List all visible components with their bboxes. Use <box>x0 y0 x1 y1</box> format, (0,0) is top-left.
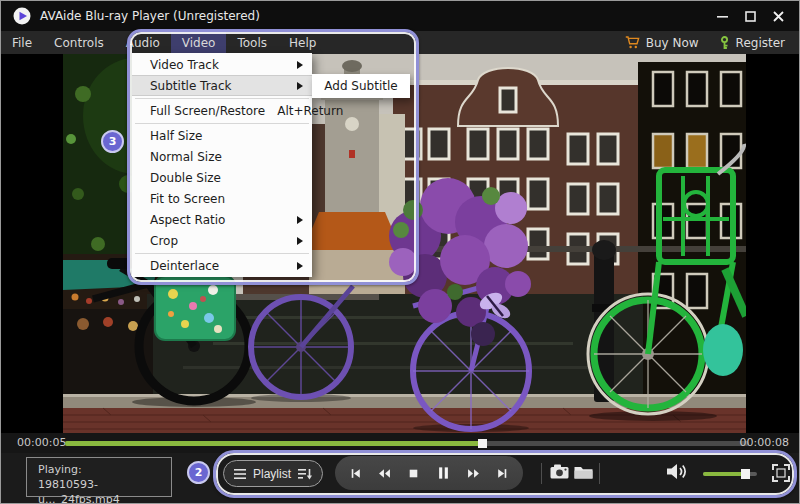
menu-item-aspect-ratio[interactable]: Aspect Ratio <box>132 209 312 230</box>
volume-button[interactable] <box>667 463 688 483</box>
maximize-icon <box>745 11 756 22</box>
pause-button[interactable] <box>436 464 451 482</box>
menu-item-label: Half Size <box>150 129 202 143</box>
submenu-arrow-icon <box>297 237 303 245</box>
annotation-badge-3: 3 <box>101 130 124 153</box>
speaker-icon <box>667 463 688 480</box>
video-display[interactable] <box>1 54 800 433</box>
now-playing-label: Playing: <box>38 462 171 477</box>
playlist-order-icon <box>298 468 312 480</box>
seek-bar-fill <box>65 441 482 446</box>
submenu-arrow-icon <box>297 61 303 69</box>
next-icon <box>496 467 509 480</box>
snapshot-button[interactable] <box>550 464 569 482</box>
menu-item-half-size[interactable]: Half Size <box>132 125 312 146</box>
menu-item-normal-size[interactable]: Normal Size <box>132 146 312 167</box>
submenu-arrow-icon <box>297 216 303 224</box>
rewind-button[interactable] <box>378 467 391 480</box>
menu-item-add-subtitle[interactable]: Add Subtitle <box>324 79 397 93</box>
separator <box>599 463 600 484</box>
buy-now-label: Buy Now <box>646 36 699 50</box>
submenu-arrow-icon <box>297 82 303 90</box>
menu-video[interactable]: Video <box>171 31 227 54</box>
window-title: AVAide Blu-ray Player (Unregistered) <box>40 9 260 23</box>
menu-item-crop[interactable]: Crop <box>132 230 312 251</box>
video-dropdown-menu: Video Track Subtitle Track Full Screen/R… <box>132 53 312 277</box>
menu-item-subtitle-track[interactable]: Subtitle Track <box>132 75 312 96</box>
shopping-cart-icon <box>625 36 640 49</box>
close-icon <box>773 11 784 22</box>
menu-audio[interactable]: Audio <box>115 31 171 54</box>
menu-item-shortcut: Alt+Return <box>277 104 343 118</box>
close-button[interactable] <box>767 6 789 26</box>
stop-button[interactable] <box>407 467 420 480</box>
annotation-badge-2: 2 <box>187 461 210 484</box>
volume-fill <box>703 472 745 476</box>
total-time: 00:00:08 <box>740 436 789 449</box>
register-label: Register <box>736 36 785 50</box>
pause-icon <box>436 464 451 482</box>
next-button[interactable] <box>496 467 509 480</box>
menu-item-label: Full Screen/Restore <box>150 104 265 118</box>
elapsed-time: 00:00:05 <box>17 436 66 449</box>
register-button[interactable]: Register <box>719 36 785 50</box>
minimize-icon <box>717 11 728 22</box>
menu-controls[interactable]: Controls <box>43 31 115 54</box>
seek-bar[interactable] <box>65 441 749 446</box>
volume-handle[interactable] <box>741 469 750 479</box>
menu-item-label: Video Track <box>150 58 219 72</box>
control-bar: Playing: 19810593-u..._24fps.mp4 Playlis… <box>1 453 800 504</box>
menubar-right: Buy Now Register <box>625 31 799 54</box>
fullscreen-button[interactable] <box>772 464 790 485</box>
rewind-icon <box>378 467 391 480</box>
previous-icon <box>349 467 362 480</box>
seek-handle[interactable] <box>478 439 487 448</box>
menu-item-full-screen[interactable]: Full Screen/Restore Alt+Return <box>132 100 312 121</box>
open-file-button[interactable] <box>574 465 593 482</box>
menu-item-label: Fit to Screen <box>150 192 225 206</box>
menu-item-label: Deinterlace <box>150 259 219 273</box>
app-logo-icon <box>13 7 31 25</box>
now-playing-filename: 19810593-u..._24fps.mp4 <box>38 477 171 504</box>
maximize-button[interactable] <box>739 6 761 26</box>
transport-controls <box>335 456 523 490</box>
menu-item-label: Aspect Ratio <box>150 213 225 227</box>
separator <box>541 463 542 484</box>
folder-icon <box>574 465 593 479</box>
camera-icon <box>550 464 569 479</box>
forward-icon <box>467 467 480 480</box>
submenu-arrow-icon <box>297 262 303 270</box>
menu-item-video-track[interactable]: Video Track <box>132 54 312 75</box>
menu-item-deinterlace[interactable]: Deinterlace <box>132 255 312 276</box>
playlist-button[interactable]: Playlist <box>223 460 323 487</box>
app-window: AVAide Blu-ray Player (Unregistered) Fil… <box>0 0 800 504</box>
title-bar: AVAide Blu-ray Player (Unregistered) <box>1 1 799 31</box>
menu-item-double-size[interactable]: Double Size <box>132 167 312 188</box>
menu-item-label: Subtitle Track <box>150 79 232 93</box>
buy-now-button[interactable]: Buy Now <box>625 36 699 50</box>
key-icon <box>719 36 730 50</box>
forward-button[interactable] <box>467 467 480 480</box>
menu-item-fit-to-screen[interactable]: Fit to Screen <box>132 188 312 209</box>
hamburger-icon <box>234 469 246 479</box>
menu-tools[interactable]: Tools <box>226 31 278 54</box>
menu-file[interactable]: File <box>1 31 43 54</box>
playlist-label: Playlist <box>253 467 291 481</box>
menu-item-label: Crop <box>150 234 178 248</box>
menu-bar: File Controls Audio Video Tools Help Buy… <box>1 31 799 54</box>
menu-item-label: Double Size <box>150 171 221 185</box>
subtitle-submenu: Add Subtitle <box>312 74 410 98</box>
stop-icon <box>407 467 420 480</box>
progress-row: 00:00:05 00:00:08 <box>1 433 800 453</box>
previous-button[interactable] <box>349 467 362 480</box>
menu-item-label: Normal Size <box>150 150 222 164</box>
menu-help[interactable]: Help <box>278 31 327 54</box>
minimize-button[interactable] <box>711 6 733 26</box>
window-controls <box>711 6 799 26</box>
volume-slider[interactable] <box>703 472 757 476</box>
now-playing-box: Playing: 19810593-u..._24fps.mp4 <box>26 457 172 497</box>
fullscreen-icon <box>772 464 790 482</box>
